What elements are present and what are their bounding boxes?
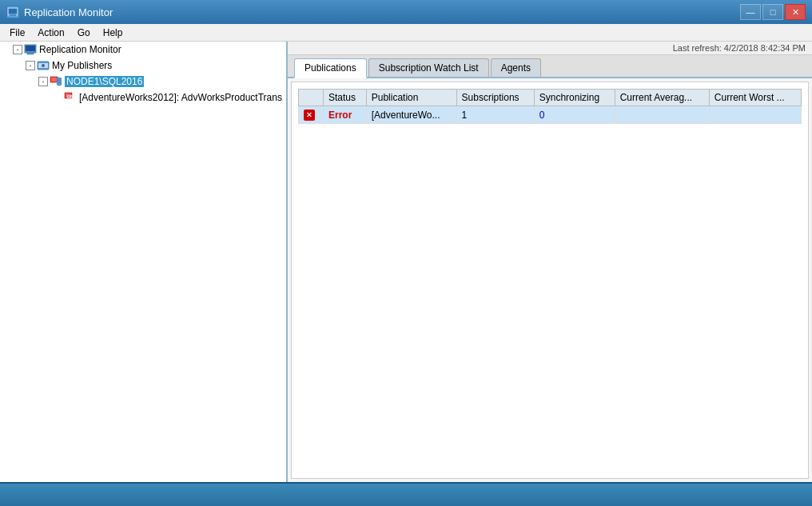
last-refresh-text: Last refresh: 4/2/2018 8:42:34 PM [673, 43, 806, 53]
svg-point-13 [57, 82, 62, 86]
toggle-replication-monitor[interactable]: - [13, 45, 22, 54]
sql2016-icon [50, 75, 62, 88]
tree-panel: - Replication Monitor - [0, 42, 288, 482]
col-current-average[interactable]: Current Averag... [615, 90, 709, 106]
row-status: Error [324, 106, 367, 124]
error-icon: ✕ [304, 110, 315, 121]
status-bar-top: Last refresh: 4/2/2018 8:42:34 PM [288, 42, 812, 55]
title-bar: Replication Monitor — □ ✕ [0, 0, 812, 24]
tab-bar: Publications Subscription Watch List Age… [288, 55, 812, 78]
svg-rect-10 [51, 78, 57, 82]
menu-file[interactable]: File [3, 26, 31, 40]
menu-help[interactable]: Help [97, 26, 129, 40]
main-content: - Replication Monitor - [0, 42, 812, 482]
window-title: Replication Monitor [24, 6, 113, 18]
tab-agents[interactable]: Agents [491, 58, 541, 77]
replication-monitor-label: Replication Monitor [39, 44, 121, 55]
row-synchronizing: 0 [534, 106, 615, 124]
svg-text:DB: DB [67, 94, 74, 99]
svg-rect-1 [9, 9, 17, 14]
row-current-worst [709, 106, 801, 124]
toggle-my-publishers[interactable]: - [26, 61, 35, 70]
col-current-worst[interactable]: Current Worst ... [709, 90, 801, 106]
taskbar [0, 482, 812, 506]
my-publishers-icon [37, 59, 50, 72]
menu-go[interactable]: Go [71, 26, 97, 40]
tree-node-sql2016[interactable]: - NODE1\SQL2016 [0, 74, 286, 90]
svg-rect-5 [27, 53, 34, 54]
col-subscriptions[interactable]: Subscriptions [456, 90, 534, 106]
title-bar-left: Replication Monitor [6, 6, 113, 18]
sql2016-label: NODE1\SQL2016 [65, 76, 144, 87]
close-button[interactable]: ✕ [785, 4, 806, 20]
table-area: Status Publication Subscriptions Synchro… [291, 82, 809, 479]
adventureworks-icon: DB [64, 91, 77, 104]
svg-rect-2 [10, 14, 16, 16]
adventureworks-label: [AdventureWorks2012]: AdvWorksProductTra… [79, 92, 282, 103]
tree-node-replication-monitor[interactable]: - Replication Monitor [0, 42, 286, 58]
row-publication: [AdventureWo... [366, 106, 456, 124]
tab-subscription-watch-list[interactable]: Subscription Watch List [368, 58, 489, 77]
menu-action[interactable]: Action [31, 26, 70, 40]
tree-node-my-publishers[interactable]: - My Publishers [0, 58, 286, 74]
row-status-icon-cell: ✕ [299, 106, 324, 124]
col-status-icon[interactable] [299, 90, 324, 106]
table-row[interactable]: ✕ Error [AdventureWo... 1 0 [299, 106, 802, 124]
publications-table: Status Publication Subscriptions Synchro… [298, 89, 802, 124]
app-icon [6, 6, 19, 18]
svg-point-8 [42, 64, 45, 67]
col-publication[interactable]: Publication [366, 90, 456, 106]
table-header-row: Status Publication Subscriptions Synchro… [299, 90, 802, 106]
replication-monitor-icon [24, 43, 37, 56]
right-panel: Last refresh: 4/2/2018 8:42:34 PM Public… [288, 42, 812, 482]
toggle-sql2016[interactable]: - [38, 77, 48, 86]
title-bar-buttons: — □ ✕ [740, 4, 806, 20]
minimize-button[interactable]: — [740, 4, 761, 20]
tree-node-adventureworks[interactable]: DB [AdventureWorks2012]: AdvWorksProduct… [0, 90, 286, 106]
row-subscriptions: 1 [456, 106, 534, 124]
tab-publications[interactable]: Publications [294, 58, 367, 78]
svg-rect-4 [26, 46, 35, 51]
menu-bar: File Action Go Help [0, 24, 812, 42]
maximize-button[interactable]: □ [762, 4, 783, 20]
col-status[interactable]: Status [324, 90, 367, 106]
row-current-average [615, 106, 709, 124]
col-synchronizing[interactable]: Synchronizing [534, 90, 615, 106]
my-publishers-label: My Publishers [52, 60, 112, 71]
